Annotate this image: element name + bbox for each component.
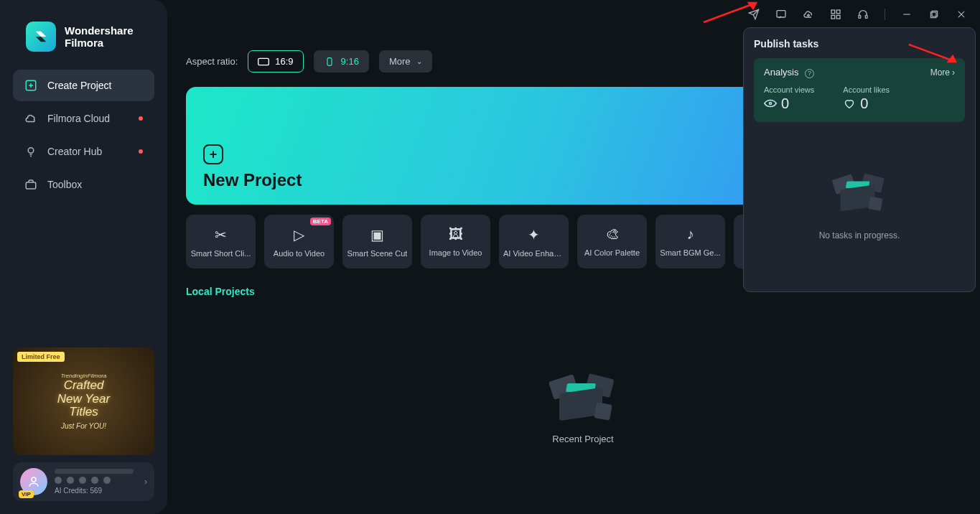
likes-value: 0	[860, 95, 868, 112]
nav-label: Toolbox	[47, 179, 82, 190]
svg-rect-11	[831, 15, 835, 19]
chevron-down-icon: ⌄	[416, 57, 422, 65]
scissors-icon: ✂︎	[215, 226, 227, 243]
minimize-icon[interactable]	[901, 9, 913, 20]
promo-tag: Limited Free	[17, 352, 65, 362]
nav-label: Create Project	[47, 80, 111, 91]
svg-rect-17	[930, 12, 936, 18]
logo-icon	[26, 22, 56, 52]
apps-icon[interactable]	[830, 9, 841, 20]
no-tasks-label: No tasks in progress.	[819, 230, 900, 240]
svg-rect-14	[865, 15, 867, 18]
chevron-right-icon: ›	[144, 477, 147, 487]
tool-smart-bgm-generator[interactable]: ♪ Smart BGM Ge...	[655, 215, 725, 268]
message-icon[interactable]	[775, 9, 787, 20]
nav-label: Filmora Cloud	[47, 113, 110, 124]
avatar: VIP	[20, 468, 47, 495]
svg-point-22	[770, 103, 772, 105]
toolbox-icon	[24, 178, 37, 191]
publish-title: Publish tasks	[754, 38, 965, 50]
bgm-icon: ♪	[687, 226, 694, 243]
analysis-label: Analysis	[764, 67, 798, 78]
aspect-label: Aspect ratio:	[186, 56, 238, 67]
svg-point-7	[32, 477, 36, 482]
svg-rect-16	[932, 11, 938, 17]
sidebar: Wondershare Filmora Create Project Filmo…	[0, 0, 167, 514]
cloud-upload-icon[interactable]	[803, 9, 814, 20]
maximize-icon[interactable]	[928, 9, 940, 20]
brand-line2: Filmora	[65, 37, 134, 49]
views-label: Account views	[764, 85, 814, 94]
scene-cut-icon: ▣	[370, 226, 384, 243]
titlebar	[186, 0, 980, 29]
tool-smart-short-clips[interactable]: ✂︎ Smart Short Cli...	[186, 215, 256, 268]
publish-tasks-panel: Publish tasks Analysis ? More › Account …	[743, 27, 976, 292]
nav-toolbox[interactable]: Toolbox	[13, 169, 154, 200]
promo-card[interactable]: Limited Free TrendinginFilmora Crafted N…	[13, 347, 154, 455]
headset-icon[interactable]	[857, 9, 869, 20]
svg-rect-10	[836, 10, 840, 14]
enhance-icon: ✦	[528, 226, 540, 243]
svg-rect-21	[327, 57, 332, 65]
credits-label: AI Credits: 569	[55, 487, 137, 495]
svg-rect-13	[859, 15, 861, 18]
credit-icon	[103, 477, 111, 484]
nav-create-project[interactable]: Create Project	[13, 70, 154, 101]
svg-point-3	[28, 148, 34, 154]
tool-image-to-video[interactable]: 🖼︎ Image to Video	[421, 215, 490, 268]
svg-rect-9	[831, 10, 835, 14]
heart-icon	[843, 98, 856, 108]
empty-box-icon	[834, 169, 885, 215]
svg-rect-20	[258, 58, 269, 65]
eye-icon	[764, 98, 777, 108]
tool-ai-color-palette[interactable]: 🎨︎ AI Color Palette	[577, 215, 647, 268]
nav: Create Project Filmora Cloud Creator Hub…	[13, 70, 154, 200]
bulb-icon	[24, 145, 37, 158]
svg-rect-12	[836, 15, 840, 19]
vip-badge: VIP	[19, 490, 34, 498]
recent-project-label: Recent Project	[552, 434, 613, 444]
views-value: 0	[781, 95, 789, 112]
chevron-right-icon: ›	[952, 67, 955, 78]
cloud-icon	[24, 112, 37, 125]
promo-sub: Just For YOU!	[61, 422, 106, 430]
nav-creator-hub[interactable]: Creator Hub	[13, 136, 154, 167]
credits-bar	[55, 469, 134, 474]
recent-projects-empty: Recent Project	[186, 297, 980, 514]
plus-box-icon	[24, 79, 37, 92]
svg-rect-6	[26, 182, 36, 189]
help-icon[interactable]: ?	[805, 69, 814, 78]
app-logo: Wondershare Filmora	[13, 22, 154, 52]
credit-icon	[55, 477, 62, 484]
main: Aspect ratio: 16:9 9:16 More ⌄ + New Pro…	[167, 0, 980, 514]
tool-audio-to-video[interactable]: BETA ▷ Audio to Video	[264, 215, 334, 268]
credit-icon	[67, 477, 74, 484]
svg-rect-8	[777, 11, 785, 17]
aspect-16-9[interactable]: 16:9	[248, 50, 303, 73]
analysis-more[interactable]: More ›	[930, 67, 955, 78]
palette-icon: 🎨︎	[605, 226, 620, 243]
analysis-card: Analysis ? More › Account views 0	[754, 58, 965, 122]
audio-video-icon: ▷	[294, 226, 304, 243]
empty-box-icon	[551, 368, 615, 425]
brand-line1: Wondershare	[65, 24, 134, 37]
separator	[885, 9, 885, 20]
plus-icon: +	[203, 144, 223, 164]
tool-ai-video-enhancer[interactable]: ✦ AI Video Enhan...	[499, 215, 569, 268]
tool-smart-scene-cut[interactable]: ▣ Smart Scene Cut	[342, 215, 412, 268]
send-icon[interactable]	[748, 9, 760, 20]
user-row[interactable]: VIP AI Credits: 569 ›	[13, 462, 154, 501]
credit-icon	[79, 477, 86, 484]
notification-dot	[139, 116, 143, 121]
beta-badge: BETA	[310, 218, 331, 225]
credit-icon	[91, 477, 98, 484]
aspect-9-16[interactable]: 9:16	[314, 50, 369, 73]
nav-label: Creator Hub	[47, 146, 102, 157]
aspect-more[interactable]: More ⌄	[379, 50, 432, 73]
likes-label: Account likes	[843, 85, 890, 94]
close-icon[interactable]	[956, 9, 967, 20]
image-video-icon: 🖼︎	[449, 226, 463, 243]
notification-dot	[139, 149, 143, 154]
nav-filmora-cloud[interactable]: Filmora Cloud	[13, 103, 154, 134]
